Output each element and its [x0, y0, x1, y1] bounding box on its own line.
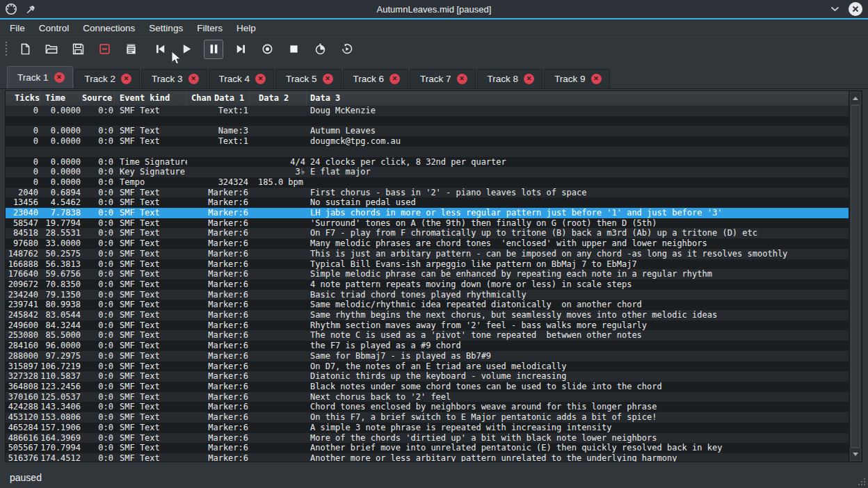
table-row[interactable]: 239741 80.9938 0:0 SMF Text Marker:6 Sam…	[6, 300, 849, 310]
menu-item-connections[interactable]: Connections	[76, 21, 142, 35]
table-row[interactable]: 453120 153.0806 0:0 SMF Text Marker:6 On…	[6, 412, 849, 423]
table-row[interactable]: 245842 83.0544 0:0 SMF Text Marker:6 Sam…	[6, 310, 849, 320]
tab-track-1[interactable]: Track 1✕	[7, 66, 73, 88]
pin-icon[interactable]	[24, 2, 38, 16]
tab-track-8[interactable]: Track 8✕	[477, 69, 543, 88]
column-header-time[interactable]: Time	[40, 91, 82, 106]
vertical-scrollbar[interactable]	[849, 91, 862, 462]
table-row[interactable]: 84518 28.5531 0:0 SMF Text Marker:6 On F…	[6, 228, 849, 238]
table-row[interactable]: 176640 59.6756 0:0 SMF Text Marker:6 Sim…	[6, 269, 849, 279]
column-header-event-kind[interactable]: Event kind	[115, 91, 187, 106]
tab-track-3[interactable]: Track 3✕	[141, 69, 207, 88]
close-file-button[interactable]	[95, 40, 113, 58]
table-row[interactable]: 0 0.0000 0:0 SMF Text Name:3 Autumn Leav…	[6, 126, 849, 136]
table-row[interactable]: 97680 33.0000 0:0 SMF Text Marker:6 Many…	[6, 238, 849, 249]
table-row[interactable]: 424288 143.3406 0:0 SMF Text Marker:6 Ch…	[6, 402, 849, 412]
scrollbar-thumb[interactable]	[851, 105, 860, 448]
column-header-data1[interactable]: Data 1	[208, 91, 250, 106]
tab-close-icon[interactable]: ✕	[591, 74, 602, 84]
tab-close-icon[interactable]: ✕	[54, 72, 65, 83]
table-row[interactable]: 209672 70.8350 0:0 SMF Text Marker:6 4 n…	[6, 279, 849, 290]
table-row[interactable]: 516376 174.4512 0:0 SMF Text Marker:6 An…	[6, 453, 849, 462]
toolbar-drag-handle[interactable]	[4, 42, 8, 57]
menu-item-filters[interactable]: Filters	[190, 21, 230, 35]
tab-label: Track 8	[488, 74, 519, 84]
column-header-chan[interactable]: Chan	[187, 91, 208, 106]
tab-close-icon[interactable]: ✕	[389, 74, 400, 84]
stopwatch-button[interactable]	[311, 40, 329, 58]
table-row[interactable]: 253080 85.5000 0:0 SMF Text Marker:6 The…	[6, 330, 849, 341]
tab-track-6[interactable]: Track 6✕	[343, 69, 409, 88]
menu-item-settings[interactable]: Settings	[142, 21, 190, 35]
table-row[interactable]: 315897 106.7219 0:0 SMF Text Marker:6 On…	[6, 361, 849, 372]
title-bar[interactable]: AutumnLeaves.mid [paused]	[0, 0, 868, 18]
skip-backward-button[interactable]	[151, 40, 169, 58]
table-row[interactable]: 148762 50.2575 0:0 SMF Text Marker:6 Thi…	[6, 249, 849, 259]
table-row[interactable]: 0 0.0000 0:0 SMF Text Text:1 Doug McKenz…	[6, 106, 849, 116]
table-row[interactable]: 0 0.0000 0:0 Key Signature 3♭ E flat maj…	[6, 167, 849, 177]
tab-track-7[interactable]: Track 7✕	[410, 69, 476, 88]
status-bar: paused	[0, 467, 868, 488]
tab-track-4[interactable]: Track 4✕	[209, 69, 275, 88]
tab-close-icon[interactable]: ✕	[457, 74, 467, 84]
table-row[interactable]: 284160 96.0000 0:0 SMF Text Marker:6 the…	[6, 341, 849, 351]
tab-close-icon[interactable]: ✕	[255, 74, 266, 84]
tab-label: Track 9	[554, 74, 586, 84]
table-row[interactable]	[6, 116, 849, 127]
menu-item-help[interactable]: Help	[230, 21, 263, 35]
table-row[interactable]: 2040 0.6894 0:0 SMF Text Marker:6 First …	[6, 188, 849, 198]
resize-grip[interactable]	[856, 476, 866, 486]
table-row[interactable]: 465284 157.1906 0:0 SMF Text Marker:6 A …	[6, 423, 849, 433]
record-icon	[262, 43, 273, 55]
table-row[interactable]: 249600 84.3244 0:0 SMF Text Marker:6 Rhy…	[6, 320, 849, 331]
tab-label: Track 3	[152, 74, 183, 84]
scroll-down-button[interactable]	[850, 448, 861, 461]
skip-forward-button[interactable]	[232, 40, 250, 58]
save-file-button[interactable]	[69, 40, 87, 58]
table-row[interactable]: 288000 97.2975 0:0 SMF Text Marker:6 Sam…	[6, 351, 849, 361]
table-row[interactable]: 327328 110.5837 0:0 SMF Text Marker:6 Di…	[6, 371, 849, 382]
open-file-button[interactable]	[42, 40, 61, 58]
scroll-up-button[interactable]	[850, 92, 861, 105]
status-text: paused	[10, 472, 42, 483]
table-row[interactable]: 13456 4.5462 0:0 SMF Text Marker:6 No su…	[6, 197, 849, 208]
play-button[interactable]	[177, 40, 195, 58]
new-file-button[interactable]	[16, 40, 34, 58]
column-header-ticks[interactable]: Ticks	[6, 91, 40, 106]
tab-label: Track 5	[286, 74, 317, 84]
table-row[interactable]: 370160 125.0537 0:0 SMF Text Marker:6 Ne…	[6, 392, 849, 402]
pause-button[interactable]	[204, 40, 223, 59]
menu-item-file[interactable]: File	[3, 21, 32, 35]
column-header-source[interactable]: Source	[82, 91, 115, 106]
table-row[interactable]: 0 0.0000 0:0 SMF Text Text:1 dougmck@tpg…	[6, 136, 849, 147]
column-header-data3[interactable]: Data 3	[307, 91, 849, 106]
table-row[interactable]: 58547 19.7794 0:0 SMF Text Marker:6 'Sur…	[6, 218, 849, 229]
table-row[interactable]: 486616 164.3969 0:0 SMF Text Marker:6 Mo…	[6, 433, 849, 444]
chevron-down-icon[interactable]	[828, 2, 842, 16]
stop-button[interactable]	[284, 40, 303, 58]
tab-close-icon[interactable]: ✕	[121, 74, 131, 84]
timer-play-button[interactable]	[337, 40, 355, 58]
table-row[interactable]: 364808 123.2456 0:0 SMF Text Marker:6 Bl…	[6, 382, 849, 392]
tab-track-9[interactable]: Track 9✕	[544, 69, 610, 88]
tab-close-icon[interactable]: ✕	[524, 74, 534, 84]
tab-track-2[interactable]: Track 2✕	[74, 69, 140, 88]
table-row[interactable]	[6, 147, 849, 157]
tab-close-icon[interactable]: ✕	[188, 74, 199, 84]
table-row[interactable]: 505567 170.7994 0:0 SMF Text Marker:6 An…	[6, 443, 849, 453]
column-header-data2[interactable]: Data 2	[250, 91, 307, 106]
tab-track-5[interactable]: Track 5✕	[275, 69, 341, 88]
tab-bar: Track 1✕Track 2✕Track 3✕Track 4✕Track 5✕…	[0, 67, 868, 89]
event-list-button[interactable]	[122, 40, 140, 58]
table-row[interactable]: 0 0.0000 0:0 Time Signature 4/4 24 clock…	[6, 157, 849, 168]
tab-close-icon[interactable]: ✕	[323, 74, 333, 84]
menu-item-control[interactable]: Control	[32, 21, 77, 35]
table-row[interactable]: 234240 79.1350 0:0 SMF Text Marker:6 Bas…	[6, 290, 849, 300]
table-row[interactable]: 166888 56.3813 0:0 SMF Text Marker:6 Typ…	[6, 259, 849, 270]
table-row[interactable]: 23040 7.7838 0:0 SMF Text Marker:6 LH ja…	[6, 208, 849, 218]
menu-bar: FileControlConnectionsSettingsFiltersHel…	[0, 19, 868, 37]
close-icon[interactable]	[849, 2, 862, 16]
table-row[interactable]: 0 0.0000 0:0 Tempo 324324 185.0 bpm	[6, 177, 849, 188]
record-button[interactable]	[258, 40, 276, 58]
close-red-icon	[99, 43, 111, 55]
